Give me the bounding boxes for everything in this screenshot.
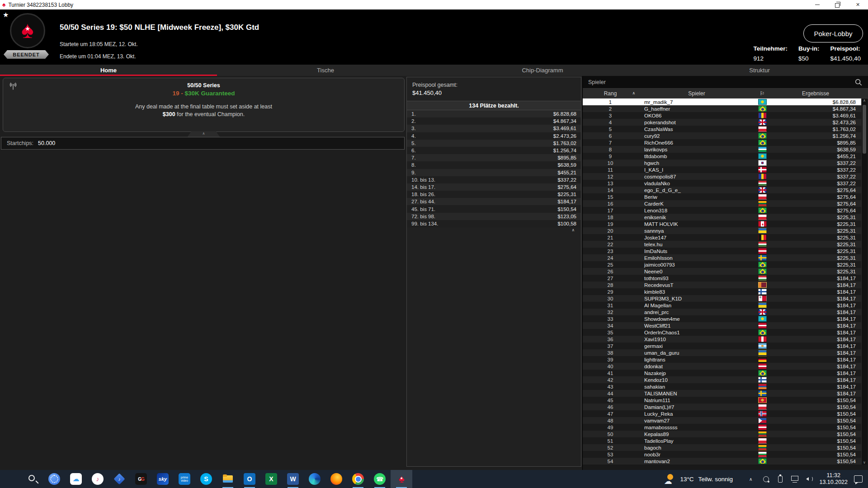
player-row[interactable]: 36Xavi1910$184,17 bbox=[583, 336, 862, 343]
player-row[interactable]: 49mamabosssss$150,54 bbox=[583, 424, 862, 431]
player-row[interactable]: 2G_haeffner$4.867,34 bbox=[583, 105, 862, 112]
player-row[interactable]: 44TALISMANEN$184,17 bbox=[583, 390, 862, 397]
player-row[interactable]: 52bagoch$150,54 bbox=[583, 444, 862, 451]
player-row[interactable]: 25jaimico00793$225,31 bbox=[583, 261, 862, 268]
player-row[interactable]: 13vladulaNko$337,22 bbox=[583, 180, 862, 187]
taskbar-excel-icon[interactable]: X bbox=[260, 470, 282, 488]
taskbar-sky-icon[interactable]: sky bbox=[152, 470, 174, 488]
taskbar-skype-icon[interactable]: S bbox=[195, 470, 217, 488]
taskbar-icloud-icon[interactable]: ☁ bbox=[65, 470, 87, 488]
collapse-panel-button[interactable]: ∧ bbox=[188, 131, 220, 137]
taskbar-pokerstars-icon[interactable]: ♠★ bbox=[391, 470, 412, 488]
player-row[interactable]: 33Showdown4me$184,17 bbox=[583, 315, 862, 322]
player-row[interactable]: 11I_KAS_I$337,22 bbox=[583, 166, 862, 173]
player-row[interactable]: 39lighttrans$184,17 bbox=[583, 356, 862, 363]
player-row[interactable]: 16CarderK$275,64 bbox=[583, 200, 862, 207]
poker-lobby-button[interactable]: Poker-Lobby bbox=[803, 24, 863, 42]
player-row[interactable]: 7RichOne666$895,85 bbox=[583, 139, 862, 146]
column-header-player[interactable]: Spieler bbox=[638, 90, 755, 97]
player-row[interactable]: 48vamvam27$150,54 bbox=[583, 417, 862, 424]
taskbar-video-icon[interactable]: ♪ bbox=[108, 470, 130, 488]
player-row[interactable]: 54mantovan2$150,54 bbox=[583, 458, 862, 465]
taskbar-clock[interactable]: 11:32 13.10.2022 bbox=[819, 472, 848, 486]
tab-struktur[interactable]: Struktur bbox=[651, 65, 868, 76]
player-row[interactable]: 4pokerandshot$2.473,26 bbox=[583, 119, 862, 126]
player-row[interactable]: 27tothtomi93$184,17 bbox=[583, 275, 862, 282]
taskbar-search-icon[interactable] bbox=[22, 470, 43, 488]
scroll-down-icon[interactable]: ∨ bbox=[862, 460, 867, 465]
player-row[interactable]: 6cury92$1.256,74 bbox=[583, 132, 862, 139]
usb-device-icon[interactable] bbox=[777, 475, 784, 483]
player-row[interactable]: 41Nazakejp$184,17 bbox=[583, 370, 862, 376]
player-row[interactable]: 34WestCliff21$184,17 bbox=[583, 322, 862, 329]
taskbar-prime-icon[interactable]: prime video bbox=[174, 470, 195, 488]
tab-chip-diagramm[interactable]: Chip-Diagramm bbox=[434, 65, 651, 76]
column-header-results[interactable]: Ergebnisse bbox=[769, 90, 862, 97]
player-row[interactable]: 24EmilohIsson$225,31 bbox=[583, 254, 862, 261]
player-row[interactable]: 8lavrikovps$638,59 bbox=[583, 146, 862, 153]
player-row[interactable]: 19MATT HOLVIK$225,31 bbox=[583, 221, 862, 227]
players-scrollbar[interactable]: ∧ ∨ bbox=[861, 99, 867, 465]
taskbar-whatsapp-icon[interactable]: ☎ bbox=[369, 470, 391, 488]
player-row[interactable]: 53noob3r$150,54 bbox=[583, 451, 862, 458]
player-row[interactable]: 37germaxi$184,17 bbox=[583, 343, 862, 349]
player-row[interactable]: 9tltdabomb$455,21 bbox=[583, 153, 862, 160]
tab-tische[interactable]: Tische bbox=[217, 65, 434, 76]
payout-scroll-up-icon[interactable]: ∧ bbox=[571, 228, 575, 232]
player-row[interactable]: 46Damian(L)#7$150,54 bbox=[583, 404, 862, 410]
player-row[interactable]: 43sahakian$184,17 bbox=[583, 383, 862, 390]
show-hidden-icons-chevron[interactable]: ∧ bbox=[749, 477, 752, 482]
player-row[interactable]: 18eniksenik$225,31 bbox=[583, 214, 862, 221]
player-row[interactable]: 40ddonkat$184,17 bbox=[583, 363, 862, 370]
player-row[interactable]: 1mr_madik_7$6.828,68 bbox=[583, 99, 862, 105]
player-row[interactable]: 17Lenon318$275,64 bbox=[583, 207, 862, 214]
scrollbar-thumb[interactable] bbox=[863, 105, 866, 154]
close-button[interactable]: ✕ bbox=[848, 0, 868, 9]
player-row[interactable]: 15Beriw$275,64 bbox=[583, 193, 862, 200]
player-row[interactable]: 38uman_da_guru$184,17 bbox=[583, 349, 862, 356]
player-search-input[interactable]: Spieler bbox=[583, 76, 868, 89]
taskbar-outlook-icon[interactable]: O bbox=[239, 470, 260, 488]
taskbar-gg-icon[interactable]: GG bbox=[130, 470, 152, 488]
column-header-flag-icon[interactable]: ⚐ bbox=[755, 90, 769, 97]
player-row[interactable]: 47Lucky_Reka$150,54 bbox=[583, 410, 862, 417]
player-row[interactable]: 22telex.hu$225,31 bbox=[583, 241, 862, 248]
taskbar-folder-icon[interactable] bbox=[217, 470, 239, 488]
player-row[interactable]: 26Neene0$225,31 bbox=[583, 268, 862, 275]
tab-home[interactable]: Home bbox=[0, 65, 217, 76]
player-row[interactable]: 28RecedevusT$184,17 bbox=[583, 282, 862, 288]
taskbar-signal-icon[interactable] bbox=[43, 470, 65, 488]
search-icon[interactable] bbox=[854, 78, 863, 86]
action-center-icon[interactable] bbox=[854, 475, 863, 483]
player-row[interactable]: 3OKO86$3.469,61 bbox=[583, 112, 862, 119]
favorite-star-icon[interactable]: ★ bbox=[3, 11, 9, 19]
taskbar-word-icon[interactable]: W bbox=[282, 470, 304, 488]
taskbar-edge-icon[interactable] bbox=[304, 470, 326, 488]
player-row[interactable]: 51TadellosPlay$150,54 bbox=[583, 437, 862, 444]
player-row[interactable]: 5CzasNaWas$1.763,02 bbox=[583, 126, 862, 132]
taskbar-start-icon[interactable] bbox=[0, 470, 22, 488]
player-row[interactable]: 45Natrium111$150,54 bbox=[583, 397, 862, 404]
column-header-rank[interactable]: Rang ∧ bbox=[583, 90, 638, 97]
player-row[interactable]: 42Kendoz10$184,17 bbox=[583, 376, 862, 383]
player-row[interactable]: 10hgwch$337,22 bbox=[583, 160, 862, 166]
player-row[interactable]: 20sannnya$225,31 bbox=[583, 227, 862, 234]
scroll-up-icon[interactable]: ∧ bbox=[862, 99, 867, 103]
player-row[interactable]: 12cosmopolis87$337,22 bbox=[583, 173, 862, 180]
network-icon[interactable] bbox=[791, 475, 798, 483]
player-row[interactable]: 30SUPR3M3_K1D$184,17 bbox=[583, 295, 862, 302]
taskbar-itunes-icon[interactable]: ♪ bbox=[87, 470, 108, 488]
player-row[interactable]: 23ImDaNuts$225,31 bbox=[583, 248, 862, 254]
taskbar-chrome-icon[interactable] bbox=[347, 470, 369, 488]
minimize-button[interactable] bbox=[807, 0, 827, 9]
player-row[interactable]: 14ego_E_d_G_e_$275,64 bbox=[583, 187, 862, 193]
taskbar-firefox-icon[interactable] bbox=[326, 470, 347, 488]
player-row[interactable]: 50Kepalas89$150,54 bbox=[583, 431, 862, 437]
restore-button[interactable] bbox=[827, 0, 848, 9]
tray-app-icon[interactable] bbox=[762, 475, 769, 483]
player-row[interactable]: 21Joske147$225,31 bbox=[583, 234, 862, 241]
player-row[interactable]: 29kimble83$184,17 bbox=[583, 288, 862, 295]
volume-icon[interactable] bbox=[806, 475, 813, 483]
taskbar-weather[interactable]: ☁ 13°C Teilw. sonnig bbox=[664, 474, 733, 484]
player-row[interactable]: 31Al Magellan$184,17 bbox=[583, 302, 862, 309]
